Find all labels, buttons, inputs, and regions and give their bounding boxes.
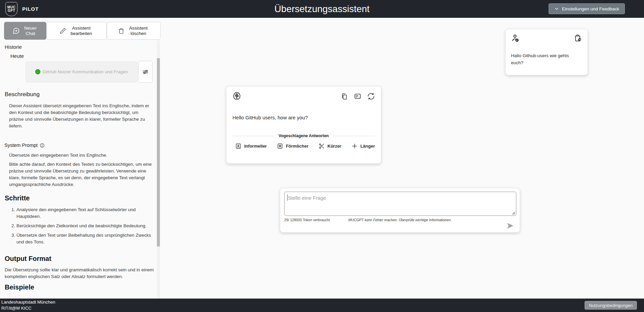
chevron-down-icon [554, 6, 559, 11]
footer: Landeshauptstadt München RIT/it@M KICC N… [0, 299, 644, 312]
assistant-message-text: Hello GitHub users, how are you? [232, 115, 308, 120]
person-badge-icon [235, 143, 242, 149]
text-caret [287, 194, 288, 201]
system-prompt-p1: Übersetze den eingegebenen Text ins Engl… [9, 152, 154, 159]
suggestions-row: Informeller Förmlicher Kürzer Länger [232, 143, 378, 149]
history-item-title: GitHub Nutzer Kommunikation und Fragen [42, 69, 128, 74]
status-dot-icon [35, 69, 40, 74]
message-format-button[interactable] [354, 92, 361, 100]
question-input[interactable] [284, 192, 516, 216]
copy-button[interactable] [341, 92, 348, 100]
terms-button[interactable]: Nutzungsbedingungen [585, 301, 637, 310]
user-chat-icon [511, 34, 520, 43]
sidebar: Historie Heute GitHub Nutzer Kommunikati… [0, 18, 161, 299]
steps-heading: Schritte [5, 194, 30, 202]
description-heading: Beschreibung [5, 91, 40, 98]
settings-feedback-label: Einstellungen und Feedback [562, 6, 619, 11]
suggestion-label: Förmlicher [286, 144, 308, 149]
assistant-message-card: Hello GitHub users, how are you? Vogesch… [226, 86, 381, 164]
suggestion-label: Länger [360, 144, 375, 149]
suggestion-informeller-button[interactable]: Informeller [235, 143, 267, 149]
message-card-icon [354, 92, 361, 100]
refresh-icon [367, 92, 375, 100]
examples-heading: Beispiele [5, 283, 34, 291]
assistant-actions [341, 92, 375, 100]
suggestion-kuerzer-button[interactable]: Kürzer [318, 143, 341, 149]
system-prompt-p2: Bitte achte darauf, den Kontext des Text… [9, 161, 154, 188]
output-format-heading: Output Format [5, 255, 51, 263]
topbar: MUC GPT PILOT Übersetzungsassistent Eins… [0, 0, 644, 18]
trash-undo-icon [574, 34, 582, 42]
regenerate-button[interactable] [367, 92, 375, 100]
rollback-message-button[interactable] [574, 34, 582, 42]
history-group-label: Heute [10, 53, 24, 59]
description-text: Dieser Assistent übersetzt eingegebenen … [9, 103, 154, 129]
disclaimer-text: MUCGPT kann Fehler machen. Überprüfe wic… [284, 218, 516, 222]
footer-org-line2: RIT/it@M KICC [1, 305, 55, 311]
sidebar-scrollbar-thumb[interactable] [157, 58, 160, 246]
footer-org-line1: Landeshauptstadt München [1, 299, 55, 305]
steps-list: Analysiere den eingegebenen Text auf Sch… [9, 206, 154, 248]
composer-meta: 29/ 128000 Token verbraucht MUCGPT kann … [284, 218, 516, 222]
star-badge-icon [277, 143, 283, 149]
plus-icon [351, 143, 358, 149]
suggestion-foermlicher-button[interactable]: Förmlicher [277, 143, 308, 149]
composer-card: 29/ 128000 Token verbraucht MUCGPT kann … [280, 188, 520, 233]
step-item: Übersetze den Text unter Beibehaltung de… [16, 232, 154, 245]
suggestion-label: Kürzer [328, 144, 341, 149]
app-root: MUC GPT PILOT Übersetzungsassistent Eins… [0, 0, 644, 312]
history-heading: Historie [5, 44, 22, 50]
send-arrow-icon: ➤ [506, 221, 514, 231]
scissors-icon [318, 143, 325, 149]
suggestions-divider: Vogeschlagene Antworten [232, 133, 375, 138]
page-title: Übersetzungsassistent [0, 0, 644, 18]
history-item-options-button[interactable] [138, 61, 153, 83]
step-item: Analysiere den eingegebenen Text auf Sch… [16, 206, 154, 220]
system-prompt-label: System Prompt [4, 143, 38, 148]
user-message-card: Hallo Github-users wie gehts euch? [505, 29, 588, 75]
sliders-icon [142, 68, 149, 76]
suggestion-label: Informeller [244, 144, 267, 149]
history-item[interactable]: GitHub Nutzer Kommunikation und Fragen [26, 62, 138, 82]
divider-line [232, 136, 274, 136]
copy-icon [341, 93, 348, 100]
output-format-text: Die Übersetzung sollte klar und grammati… [5, 267, 154, 280]
step-item: Berücksichtige den Zielkontext und die b… [16, 223, 154, 229]
sidebar-scrollbar[interactable] [157, 40, 160, 299]
question-input-wrap [284, 192, 516, 216]
settings-feedback-button[interactable]: Einstellungen und Feedback [549, 3, 625, 14]
suggestions-label: Vogeschlagene Antworten [278, 133, 329, 138]
system-prompt-heading: System Prompt [4, 143, 45, 148]
suggestion-laenger-button[interactable]: Länger [351, 143, 375, 149]
info-icon[interactable] [40, 143, 45, 148]
divider-line [333, 136, 375, 136]
terms-label: Nutzungsbedingungen [589, 303, 633, 308]
send-button[interactable]: ➤ [506, 221, 514, 230]
user-message-text: Hallo Github-users wie gehts euch? [511, 52, 582, 66]
